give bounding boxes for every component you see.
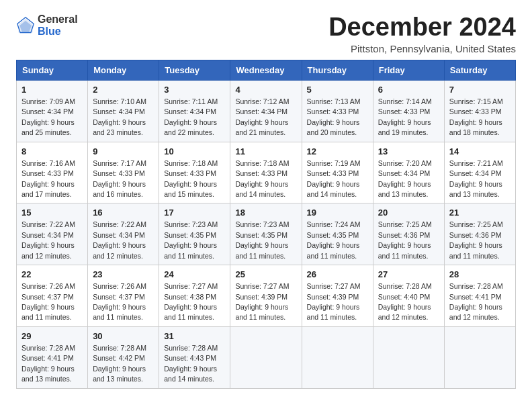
weekday-header-tuesday: Tuesday <box>159 60 230 80</box>
calendar-cell <box>302 326 373 388</box>
day-number: 28 <box>449 269 511 281</box>
day-number: 26 <box>307 269 368 281</box>
calendar-cell <box>373 326 444 388</box>
cell-text: Sunrise: 7:28 AMSunset: 4:42 PMDaylight:… <box>93 344 146 383</box>
logo-general: General <box>38 13 78 26</box>
title-block: December 2024 Pittston, Pennsylvania, Un… <box>328 13 516 54</box>
day-number: 21 <box>449 207 511 219</box>
day-number: 9 <box>93 146 154 158</box>
cell-text: Sunrise: 7:23 AMSunset: 4:35 PMDaylight:… <box>164 220 218 259</box>
cell-text: Sunrise: 7:16 AMSunset: 4:33 PMDaylight:… <box>21 159 75 198</box>
day-number: 20 <box>378 207 439 219</box>
day-number: 18 <box>235 207 296 219</box>
cell-text: Sunrise: 7:28 AMSunset: 4:41 PMDaylight:… <box>21 344 75 383</box>
calendar-week-3: 15Sunrise: 7:22 AMSunset: 4:34 PMDayligh… <box>17 203 516 265</box>
calendar-week-5: 29Sunrise: 7:28 AMSunset: 4:41 PMDayligh… <box>17 326 516 388</box>
weekday-header-wednesday: Wednesday <box>230 60 302 80</box>
calendar-cell: 25Sunrise: 7:27 AMSunset: 4:39 PMDayligh… <box>230 265 302 327</box>
calendar-body: 1Sunrise: 7:09 AMSunset: 4:34 PMDaylight… <box>17 80 516 388</box>
calendar-cell: 3Sunrise: 7:11 AMSunset: 4:34 PMDaylight… <box>159 80 230 142</box>
cell-text: Sunrise: 7:25 AMSunset: 4:36 PMDaylight:… <box>449 220 503 259</box>
month-title: December 2024 <box>328 13 516 42</box>
cell-text: Sunrise: 7:27 AMSunset: 4:39 PMDaylight:… <box>235 282 289 321</box>
calendar-week-2: 8Sunrise: 7:16 AMSunset: 4:33 PMDaylight… <box>17 142 516 203</box>
cell-text: Sunrise: 7:22 AMSunset: 4:34 PMDaylight:… <box>21 220 75 259</box>
calendar-cell: 20Sunrise: 7:25 AMSunset: 4:36 PMDayligh… <box>373 203 444 265</box>
calendar-cell: 6Sunrise: 7:14 AMSunset: 4:33 PMDaylight… <box>373 80 444 142</box>
calendar-cell: 2Sunrise: 7:10 AMSunset: 4:34 PMDaylight… <box>88 80 159 142</box>
calendar-cell <box>230 326 302 388</box>
calendar-cell: 9Sunrise: 7:17 AMSunset: 4:33 PMDaylight… <box>88 142 159 203</box>
cell-text: Sunrise: 7:12 AMSunset: 4:34 PMDaylight:… <box>235 97 289 136</box>
day-number: 16 <box>93 207 154 219</box>
day-number: 2 <box>93 84 154 96</box>
logo-text: General Blue <box>38 13 78 37</box>
calendar-cell: 26Sunrise: 7:27 AMSunset: 4:39 PMDayligh… <box>302 265 373 327</box>
day-number: 7 <box>449 84 511 96</box>
cell-text: Sunrise: 7:17 AMSunset: 4:33 PMDaylight:… <box>93 159 146 198</box>
calendar-cell: 8Sunrise: 7:16 AMSunset: 4:33 PMDaylight… <box>17 142 88 203</box>
calendar-cell: 12Sunrise: 7:19 AMSunset: 4:33 PMDayligh… <box>302 142 373 203</box>
weekday-header-saturday: Saturday <box>444 60 515 80</box>
calendar-cell: 24Sunrise: 7:27 AMSunset: 4:38 PMDayligh… <box>159 265 230 327</box>
day-number: 19 <box>307 207 368 219</box>
cell-text: Sunrise: 7:10 AMSunset: 4:34 PMDaylight:… <box>93 97 146 136</box>
cell-text: Sunrise: 7:18 AMSunset: 4:33 PMDaylight:… <box>235 159 289 198</box>
calendar-cell: 4Sunrise: 7:12 AMSunset: 4:34 PMDaylight… <box>230 80 302 142</box>
calendar-table: SundayMondayTuesdayWednesdayThursdayFrid… <box>16 60 516 389</box>
location-subtitle: Pittston, Pennsylvania, United States <box>328 43 516 54</box>
calendar-cell: 21Sunrise: 7:25 AMSunset: 4:36 PMDayligh… <box>444 203 515 265</box>
calendar-cell: 11Sunrise: 7:18 AMSunset: 4:33 PMDayligh… <box>230 142 302 203</box>
calendar-cell: 19Sunrise: 7:24 AMSunset: 4:35 PMDayligh… <box>302 203 373 265</box>
calendar-week-4: 22Sunrise: 7:26 AMSunset: 4:37 PMDayligh… <box>17 265 516 327</box>
cell-text: Sunrise: 7:13 AMSunset: 4:33 PMDaylight:… <box>307 97 361 136</box>
cell-text: Sunrise: 7:27 AMSunset: 4:38 PMDaylight:… <box>164 282 218 321</box>
cell-text: Sunrise: 7:11 AMSunset: 4:34 PMDaylight:… <box>164 97 218 136</box>
calendar-cell <box>444 326 515 388</box>
calendar-cell: 23Sunrise: 7:26 AMSunset: 4:37 PMDayligh… <box>88 265 159 327</box>
calendar-cell: 5Sunrise: 7:13 AMSunset: 4:33 PMDaylight… <box>302 80 373 142</box>
day-number: 14 <box>449 146 511 158</box>
cell-text: Sunrise: 7:25 AMSunset: 4:36 PMDaylight:… <box>378 220 432 259</box>
day-number: 12 <box>307 146 368 158</box>
logo-icon <box>16 16 35 35</box>
logo-blue: Blue <box>38 26 78 38</box>
weekday-header-thursday: Thursday <box>302 60 373 80</box>
cell-text: Sunrise: 7:20 AMSunset: 4:34 PMDaylight:… <box>378 159 432 198</box>
day-number: 10 <box>164 146 225 158</box>
calendar-cell: 16Sunrise: 7:22 AMSunset: 4:34 PMDayligh… <box>88 203 159 265</box>
weekday-header-friday: Friday <box>373 60 444 80</box>
cell-text: Sunrise: 7:23 AMSunset: 4:35 PMDaylight:… <box>235 220 289 259</box>
cell-text: Sunrise: 7:26 AMSunset: 4:37 PMDaylight:… <box>93 282 146 321</box>
day-number: 30 <box>93 330 154 342</box>
calendar-cell: 30Sunrise: 7:28 AMSunset: 4:42 PMDayligh… <box>88 326 159 388</box>
weekday-header-monday: Monday <box>88 60 159 80</box>
day-number: 13 <box>378 146 439 158</box>
cell-text: Sunrise: 7:26 AMSunset: 4:37 PMDaylight:… <box>21 282 75 321</box>
calendar-week-1: 1Sunrise: 7:09 AMSunset: 4:34 PMDaylight… <box>17 80 516 142</box>
cell-text: Sunrise: 7:28 AMSunset: 4:41 PMDaylight:… <box>449 282 503 321</box>
day-number: 4 <box>235 84 296 96</box>
day-number: 3 <box>164 84 225 96</box>
cell-text: Sunrise: 7:15 AMSunset: 4:33 PMDaylight:… <box>449 97 503 136</box>
day-number: 25 <box>235 269 296 281</box>
day-number: 1 <box>21 84 83 96</box>
cell-text: Sunrise: 7:24 AMSunset: 4:35 PMDaylight:… <box>307 220 361 259</box>
day-number: 8 <box>21 146 83 158</box>
calendar-cell: 31Sunrise: 7:28 AMSunset: 4:43 PMDayligh… <box>159 326 230 388</box>
page-header: General Blue December 2024 Pittston, Pen… <box>16 13 516 54</box>
day-number: 17 <box>164 207 225 219</box>
calendar-cell: 1Sunrise: 7:09 AMSunset: 4:34 PMDaylight… <box>17 80 88 142</box>
logo: General Blue <box>16 13 78 37</box>
day-number: 31 <box>164 330 225 342</box>
day-number: 24 <box>164 269 225 281</box>
cell-text: Sunrise: 7:28 AMSunset: 4:40 PMDaylight:… <box>378 282 432 321</box>
day-number: 11 <box>235 146 296 158</box>
calendar-cell: 29Sunrise: 7:28 AMSunset: 4:41 PMDayligh… <box>17 326 88 388</box>
cell-text: Sunrise: 7:19 AMSunset: 4:33 PMDaylight:… <box>307 159 361 198</box>
calendar-cell: 27Sunrise: 7:28 AMSunset: 4:40 PMDayligh… <box>373 265 444 327</box>
calendar-cell: 14Sunrise: 7:21 AMSunset: 4:34 PMDayligh… <box>444 142 515 203</box>
calendar-cell: 10Sunrise: 7:18 AMSunset: 4:33 PMDayligh… <box>159 142 230 203</box>
cell-text: Sunrise: 7:22 AMSunset: 4:34 PMDaylight:… <box>93 220 146 259</box>
weekday-header-sunday: Sunday <box>17 60 88 80</box>
